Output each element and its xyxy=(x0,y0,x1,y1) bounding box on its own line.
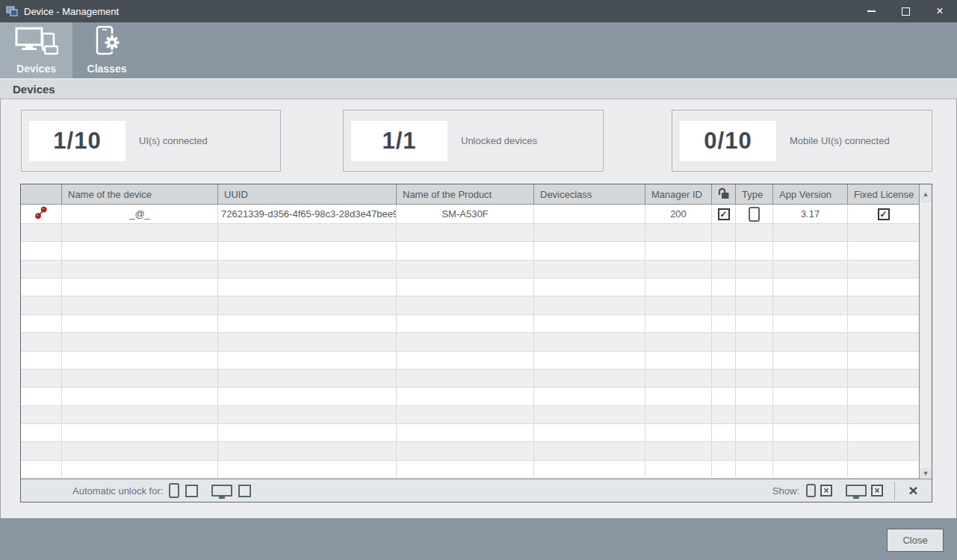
device-status-cell xyxy=(21,205,62,224)
maximize-button[interactable] xyxy=(888,0,923,22)
empty-cell xyxy=(645,279,712,296)
toolbar: Devices Classes xyxy=(0,22,957,78)
column-header-unlock[interactable] xyxy=(712,184,736,205)
empty-cell xyxy=(397,242,534,260)
empty-cell xyxy=(645,333,712,351)
empty-cell xyxy=(645,296,712,314)
empty-cell xyxy=(645,388,712,405)
device-class-cell xyxy=(534,205,645,224)
toolbar-button-classes[interactable]: Classes xyxy=(76,22,137,78)
column-header-uuid[interactable]: UUID xyxy=(218,184,397,205)
unlocked-checkbox-checked[interactable]: ✓ xyxy=(718,208,730,220)
auto-unlock-phone-checkbox[interactable] xyxy=(185,485,198,497)
empty-cell xyxy=(736,296,773,314)
close-window-button[interactable]: × xyxy=(923,0,957,22)
table-row-empty[interactable] xyxy=(21,333,919,351)
empty-cell xyxy=(21,261,62,279)
empty-cell xyxy=(773,442,848,460)
auto-unlock-desktop-checkbox[interactable] xyxy=(238,485,251,497)
empty-cell xyxy=(21,242,62,260)
empty-cell xyxy=(645,442,712,460)
table-row-empty[interactable] xyxy=(21,461,919,479)
scroll-down-arrow[interactable]: ▼ xyxy=(920,467,932,479)
empty-cell xyxy=(645,352,712,370)
empty-cell xyxy=(397,224,534,242)
empty-cell xyxy=(62,461,218,479)
empty-cell xyxy=(21,461,62,479)
device-uuid-cell: 72621339-d356-4f65-98c3-28d3e47bee94 xyxy=(218,205,397,224)
empty-cell xyxy=(21,333,62,351)
empty-cell xyxy=(848,224,919,242)
show-phone-checkbox-checked[interactable]: × xyxy=(820,485,832,497)
table-row-empty[interactable] xyxy=(21,370,919,388)
phone-icon xyxy=(806,484,816,497)
empty-cell xyxy=(712,352,736,370)
empty-cell xyxy=(645,424,712,442)
column-header-fixed-license[interactable]: Fixed License xyxy=(848,184,919,205)
table-row-empty[interactable] xyxy=(21,224,919,242)
empty-cell xyxy=(848,315,919,333)
table-row-empty[interactable] xyxy=(21,406,919,424)
table-row-empty[interactable] xyxy=(21,279,919,296)
empty-cell xyxy=(848,424,919,442)
empty-cell xyxy=(62,261,218,279)
phone-icon xyxy=(169,483,179,498)
empty-cell xyxy=(773,296,848,314)
column-header-type[interactable]: Type xyxy=(736,184,773,205)
empty-cell xyxy=(218,296,397,314)
show-desktop-checkbox-checked[interactable]: × xyxy=(871,485,883,497)
empty-cell xyxy=(736,388,773,405)
clear-selection-button[interactable]: × xyxy=(895,482,932,500)
empty-cell xyxy=(712,279,736,296)
show-label: Show: xyxy=(772,485,799,497)
empty-cell xyxy=(773,279,848,296)
empty-cell xyxy=(712,442,736,460)
classes-icon xyxy=(91,25,123,61)
empty-cell xyxy=(62,442,218,460)
table-row-empty[interactable] xyxy=(21,296,919,314)
column-header-manager-id[interactable]: Manager ID xyxy=(645,184,712,205)
empty-cell xyxy=(218,424,397,442)
table-row-empty[interactable] xyxy=(21,315,919,333)
empty-cell xyxy=(218,370,397,388)
empty-cell xyxy=(712,224,736,242)
toolbar-button-devices[interactable]: Devices xyxy=(0,22,72,78)
device-app-version-cell: 3.17 xyxy=(773,205,848,224)
close-button[interactable]: Close xyxy=(887,529,944,552)
vertical-scrollbar[interactable]: ▲ ▼ xyxy=(919,184,932,479)
table-row-empty[interactable] xyxy=(21,442,919,460)
empty-cell xyxy=(848,279,919,296)
column-header-deviceclass[interactable]: Deviceclass xyxy=(534,184,645,205)
empty-cell xyxy=(848,461,919,479)
window-controls: × xyxy=(854,0,957,22)
empty-cell xyxy=(736,442,773,460)
table-row-empty[interactable] xyxy=(21,388,919,405)
column-header-device-name[interactable]: Name of the device xyxy=(62,184,218,205)
empty-cell xyxy=(62,296,218,314)
table-row-device[interactable]: _@_ 72621339-d356-4f65-98c3-28d3e47bee94… xyxy=(21,205,919,224)
column-header-status[interactable] xyxy=(21,184,62,205)
table-row-empty[interactable] xyxy=(21,424,919,442)
table-row-empty[interactable] xyxy=(21,261,919,279)
scroll-up-arrow[interactable]: ▲ xyxy=(920,184,932,204)
empty-cell xyxy=(21,442,62,460)
fixed-license-checkbox-checked[interactable]: ✓ xyxy=(878,208,890,220)
empty-cell xyxy=(534,242,645,260)
empty-cell xyxy=(397,388,534,405)
empty-cell xyxy=(397,352,534,370)
empty-rows-container xyxy=(21,224,919,479)
minimize-button[interactable] xyxy=(854,0,888,22)
device-manager-id-cell: 200 xyxy=(645,205,712,224)
column-header-product-name[interactable]: Name of the Product xyxy=(397,184,534,205)
table-row-empty[interactable] xyxy=(21,352,919,370)
empty-cell xyxy=(736,461,773,479)
scrollbar-track[interactable] xyxy=(920,204,932,467)
column-header-app-version[interactable]: App Version xyxy=(773,184,848,205)
table-row-empty[interactable] xyxy=(21,242,919,260)
empty-cell xyxy=(712,424,736,442)
empty-cell xyxy=(712,406,736,424)
footer-bar: Close xyxy=(0,518,957,560)
empty-cell xyxy=(712,333,736,351)
empty-cell xyxy=(773,261,848,279)
empty-cell xyxy=(62,424,218,442)
